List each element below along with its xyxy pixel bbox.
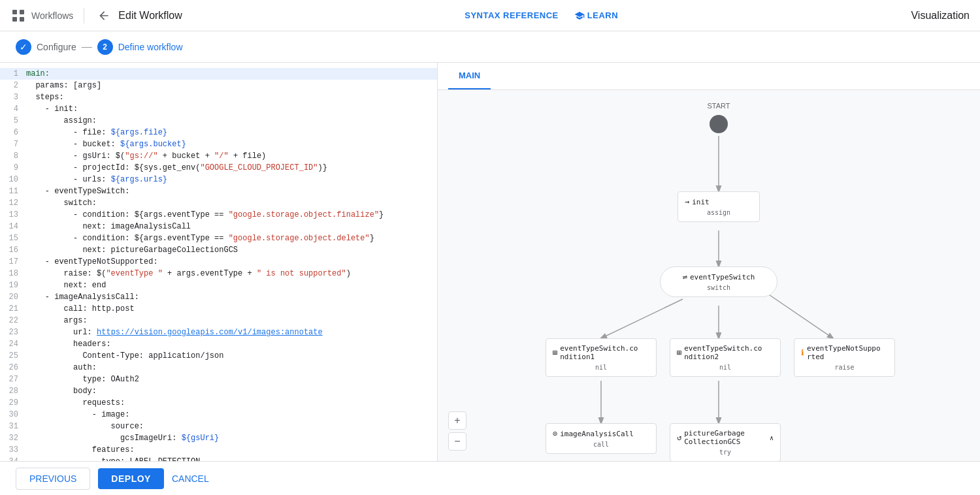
code-line: 12 switch:	[0, 197, 437, 209]
step1-label: Configure	[37, 42, 76, 52]
code-line: 30 - image:	[0, 409, 437, 421]
svg-rect-0	[12, 10, 17, 14]
code-line: 4 - init:	[0, 103, 437, 115]
code-line: 15 - condition: ${args.eventType == "goo…	[0, 232, 437, 244]
code-line: 2 params: [args]	[0, 80, 437, 91]
step1-check-icon: ✓	[20, 42, 27, 52]
code-line: 27 type: OAuth2	[0, 374, 437, 385]
code-line: 11 - eventTypeSwitch:	[0, 185, 437, 197]
previous-button[interactable]: PREVIOUS	[16, 468, 90, 490]
viz-controls: + −	[448, 411, 466, 451]
code-line: 1 main:	[0, 68, 437, 80]
svg-line-8	[761, 289, 833, 338]
svg-line-6	[601, 299, 683, 338]
code-line: 3 steps:	[0, 91, 437, 103]
code-line: 16 next: pictureGarbageCollectionGCS	[0, 244, 437, 256]
flow-diagram: START →init assign ⇌eventTypeSwitch swit…	[480, 90, 938, 461]
code-line: 17 - eventTypeNotSupported:	[0, 256, 437, 268]
node-image-analysis-call[interactable]: ⊙imageAnalysisCall call	[546, 423, 657, 454]
node-picture-garbage-gcs[interactable]: ↺pictureGarbageCollectionGCS∧ try	[670, 423, 781, 461]
top-bar-right: Visualization	[900, 10, 970, 22]
node-event-type-switch[interactable]: ⇌eventTypeSwitch switch	[660, 266, 777, 297]
app-name: Workflows	[31, 10, 73, 21]
code-line: 33 features:	[0, 444, 437, 456]
code-line: 14 next: imageAnalysisCall	[0, 221, 437, 232]
code-line: 10 - urls: ${args.urls}	[0, 174, 437, 185]
step-1: ✓ Configure	[16, 39, 76, 55]
viz-pane: MAIN	[438, 63, 980, 461]
code-line: 28 body:	[0, 385, 437, 397]
start-label: START	[706, 102, 732, 110]
zoom-in-button[interactable]: +	[448, 411, 466, 430]
code-line: 29 requests:	[0, 397, 437, 409]
code-line: 31 source:	[0, 421, 437, 432]
code-line: 8 - gsUri: $("gs://" + bucket + "/" + fi…	[0, 150, 437, 162]
code-line: 18 raise: $("eventType " + args.eventTyp…	[0, 268, 437, 279]
start-circle	[710, 115, 728, 133]
code-editor[interactable]: 1 main: 2 params: [args] 3 steps: 4 - in…	[0, 63, 437, 461]
bottom-bar: PREVIOUS DEPLOY CANCEL	[0, 461, 980, 495]
step-dash: —	[82, 41, 92, 53]
visualization-title: Visualization	[911, 10, 970, 22]
code-line: 32 gcsImageUri: ${gsUri}	[0, 432, 437, 444]
tab-main[interactable]: MAIN	[448, 63, 491, 89]
stepper-bar: ✓ Configure — 2 Define workflow	[0, 31, 980, 63]
code-line: 5 assign:	[0, 115, 437, 127]
code-line: 19 next: end	[0, 279, 437, 291]
learn-link[interactable]: LEARN	[574, 10, 618, 21]
cancel-button[interactable]: CANCEL	[172, 473, 209, 484]
code-line: 24 headers:	[0, 338, 437, 350]
node-cond2[interactable]: ⊞eventTypeSwitch.condition2 nil	[670, 338, 781, 377]
node-init[interactable]: →init assign	[678, 191, 760, 222]
node-cond1[interactable]: ⊞eventTypeSwitch.condition1 nil	[546, 338, 657, 377]
code-line: 22 args:	[0, 315, 437, 327]
step2-label: Define workflow	[118, 42, 183, 52]
code-line: 7 - bucket: ${args.bucket}	[0, 138, 437, 150]
code-line: 23 url: https://vision.googleapis.com/v1…	[0, 327, 437, 338]
step-2: 2 Define workflow	[97, 39, 183, 55]
app-logo: Workflows	[10, 8, 73, 24]
code-line: 6 - file: ${args.file}	[0, 127, 437, 138]
code-line: 13 - condition: ${args.eventType == "goo…	[0, 209, 437, 221]
vision-api-link[interactable]: https://vision.googleapis.com/v1/images:…	[97, 328, 323, 337]
syntax-reference-link[interactable]: SYNTAX REFERENCE	[465, 10, 559, 20]
page-title: Edit Workflow	[118, 10, 182, 22]
back-button[interactable]	[95, 7, 113, 25]
step1-circle: ✓	[16, 39, 31, 55]
svg-rect-2	[12, 17, 17, 22]
code-line: 9 - projectId: ${sys.get_env("GOOGLE_CLO…	[0, 162, 437, 174]
workflows-icon	[10, 8, 26, 24]
deploy-button[interactable]: DEPLOY	[98, 468, 164, 489]
learn-icon	[574, 10, 585, 21]
zoom-out-button[interactable]: −	[448, 432, 466, 451]
code-line: 21 call: http.post	[0, 303, 437, 315]
code-line: 25 Content-Type: application/json	[0, 350, 437, 362]
step2-num: 2	[97, 39, 113, 55]
viz-tabs: MAIN	[438, 63, 980, 90]
code-line: 20 - imageAnalysisCall:	[0, 291, 437, 303]
learn-label: LEARN	[587, 10, 618, 20]
top-bar-center: SYNTAX REFERENCE LEARN	[182, 10, 901, 21]
svg-rect-1	[20, 10, 24, 14]
svg-rect-3	[20, 17, 24, 22]
code-line: 26 auth:	[0, 362, 437, 374]
code-line: 34 - type: LABEL_DETECTION	[0, 456, 437, 461]
viz-content[interactable]: START →init assign ⇌eventTypeSwitch swit…	[438, 90, 980, 461]
top-bar-left: Workflows Edit Workflow	[10, 7, 182, 25]
main-content: 1 main: 2 params: [args] 3 steps: 4 - in…	[0, 63, 980, 461]
node-not-supported[interactable]: ℹeventTypeNotSupported raise	[794, 338, 895, 377]
editor-pane: 1 main: 2 params: [args] 3 steps: 4 - in…	[0, 63, 438, 461]
divider	[84, 8, 84, 24]
top-bar: Workflows Edit Workflow SYNTAX REFERENCE…	[0, 0, 980, 31]
